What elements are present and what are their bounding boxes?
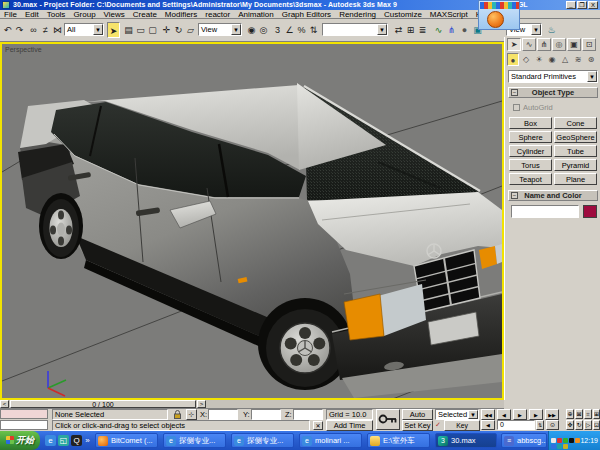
chevron-down-icon[interactable]: ▼	[231, 24, 241, 35]
frame-spinner[interactable]: ⇅	[536, 420, 544, 430]
primitive-button-box[interactable]: Box	[509, 117, 552, 129]
time-slider-handle[interactable]: 0 / 100	[10, 400, 196, 408]
collapse-icon[interactable]: −	[511, 89, 518, 96]
primitive-button-torus[interactable]: Torus	[509, 159, 552, 171]
current-frame-input[interactable]: 0	[497, 420, 535, 430]
taskbar-item-document[interactable]: ≡ abbscg...	[501, 433, 547, 448]
chevron-down-icon[interactable]: ▼	[587, 71, 597, 82]
primitive-button-tube[interactable]: Tube	[554, 145, 597, 157]
quicklaunch-ie-icon[interactable]: e	[45, 435, 56, 446]
add-time-tag-button[interactable]: Add Time Tag	[326, 420, 373, 431]
chevron-down-icon[interactable]: ▼	[468, 410, 478, 419]
close-button[interactable]: X	[588, 1, 598, 9]
selection-lock-icon[interactable]	[172, 409, 183, 420]
reference-coordinate-dropdown[interactable]: View ▼	[198, 23, 242, 36]
key-mode-dropdown[interactable]: Selected ▼	[435, 409, 479, 420]
zoom-icon[interactable]: ⊕	[566, 409, 574, 419]
perspective-viewport[interactable]: Perspective	[0, 42, 504, 400]
name-color-rollout-header[interactable]: − Name and Color	[508, 190, 598, 201]
category-helpers-icon[interactable]: △	[559, 53, 571, 66]
tab-utilities[interactable]: ⊡	[582, 38, 596, 51]
primitive-button-cone[interactable]: Cone	[554, 117, 597, 129]
category-systems-icon[interactable]: ⊛	[585, 53, 597, 66]
set-key-button[interactable]: Set Key	[402, 420, 433, 431]
viewport-canvas[interactable]	[2, 44, 502, 398]
tray-qq-icon[interactable]	[569, 438, 574, 443]
pan-view-icon[interactable]: ✥	[566, 420, 574, 430]
arc-rotate-icon[interactable]: ↻	[575, 420, 583, 430]
category-shapes-icon[interactable]: ◇	[520, 53, 532, 66]
object-type-rollout-header[interactable]: − Object Type	[508, 87, 598, 98]
bind-to-spacewarp-icon[interactable]: ⋈	[51, 22, 64, 38]
primitive-button-pyramid[interactable]: Pyramid	[554, 159, 597, 171]
menu-views[interactable]: Views	[100, 10, 129, 18]
primitive-button-plane[interactable]: Plane	[554, 173, 597, 185]
tab-motion[interactable]: ◎	[552, 38, 566, 51]
tray-volume-icon[interactable]	[557, 444, 562, 449]
min-max-toggle-icon[interactable]: ⊡	[593, 420, 600, 430]
time-slider-prev-icon[interactable]: <	[0, 400, 9, 408]
y-coordinate-input[interactable]	[251, 409, 281, 420]
autogrid-checkbox[interactable]: AutoGrid	[513, 103, 553, 112]
select-and-scale-icon[interactable]: ▱	[184, 22, 197, 38]
category-cameras-icon[interactable]: ◉	[546, 53, 558, 66]
minimize-button[interactable]: _	[566, 1, 576, 9]
taskbar-item-folder[interactable]: E:\室外车	[367, 433, 430, 448]
checkbox-icon[interactable]	[513, 104, 520, 111]
redo-icon[interactable]: ↷	[13, 22, 26, 38]
floating-overlay-window[interactable]	[478, 0, 520, 30]
layer-manager-icon[interactable]: ≣	[416, 22, 429, 38]
primitive-button-cylinder[interactable]: Cylinder	[509, 145, 552, 157]
tray-shield-icon[interactable]	[563, 438, 568, 443]
window-crossing-toggle-icon[interactable]: ▢	[146, 22, 159, 38]
chevron-down-icon[interactable]: ▼	[377, 24, 387, 35]
x-coordinate-input[interactable]	[208, 409, 238, 420]
menu-edit[interactable]: Edit	[21, 10, 43, 18]
menu-rendering[interactable]: Rendering	[335, 10, 380, 18]
next-frame-icon[interactable]: ▶	[529, 409, 543, 420]
menu-modifiers[interactable]: Modifiers	[161, 10, 201, 18]
absolute-offset-toggle-icon[interactable]: ⊹	[186, 409, 197, 420]
zoom-all-icon[interactable]: ⊠	[575, 409, 583, 419]
maxscript-mini-listener-macro[interactable]	[0, 409, 48, 419]
tab-hierarchy[interactable]: ⋔	[537, 38, 551, 51]
go-to-start-icon[interactable]: ◀◀	[481, 409, 495, 420]
selection-brackets-toggle-icon[interactable]: ✕	[313, 421, 323, 430]
object-color-swatch[interactable]	[583, 205, 597, 218]
menu-group[interactable]: Group	[69, 10, 99, 18]
menu-maxscript[interactable]: MAXScript	[426, 10, 472, 18]
chevron-down-icon[interactable]: ▼	[531, 24, 541, 35]
time-configuration-icon[interactable]: ⊙	[546, 420, 559, 430]
named-selection-set-dropdown[interactable]: ▼	[322, 23, 388, 36]
zoom-extents-icon[interactable]: ⌗	[584, 409, 592, 419]
tray-network-icon[interactable]	[551, 444, 556, 449]
tray-security-icon[interactable]	[563, 444, 568, 449]
set-keys-button[interactable]	[376, 409, 400, 430]
selection-filter-dropdown[interactable]: All ▼	[64, 23, 104, 36]
key-mode-toggle-icon[interactable]: ◀	[481, 420, 495, 430]
auto-key-button[interactable]: Auto Key	[402, 409, 433, 420]
taskbar-item-bitcomet[interactable]: BitComet (...	[95, 433, 158, 448]
maxscript-mini-listener[interactable]	[0, 420, 48, 430]
primitive-button-teapot[interactable]: Teapot	[509, 173, 552, 185]
field-of-view-icon[interactable]: ▷	[584, 420, 592, 430]
menu-graph-editors[interactable]: Graph Editors	[278, 10, 335, 18]
tab-display[interactable]: ▣	[567, 38, 581, 51]
previous-frame-icon[interactable]: ◀	[497, 409, 511, 420]
curve-editor-icon[interactable]: ∿	[432, 22, 445, 38]
viewport-label[interactable]: Perspective	[5, 46, 42, 53]
schematic-view-icon[interactable]: ⋔	[445, 22, 458, 38]
time-slider-next-icon[interactable]: >	[197, 400, 206, 408]
play-animation-icon[interactable]: ▶	[513, 409, 527, 420]
material-editor-icon[interactable]: ●	[458, 22, 471, 38]
menu-tools[interactable]: Tools	[43, 10, 70, 18]
quicklaunch-qq-icon[interactable]: Q	[71, 435, 82, 446]
go-to-end-icon[interactable]: ▶▶	[545, 409, 559, 420]
taskbar-item-ie-2[interactable]: e 探侧专业...	[231, 433, 294, 448]
tray-input-method-icon[interactable]	[551, 438, 556, 443]
key-filters-button[interactable]: Key Filters...	[444, 420, 480, 431]
tray-antivirus-icon[interactable]	[557, 438, 562, 443]
primitive-button-geosphere[interactable]: GeoSphere	[554, 131, 597, 143]
primitive-button-sphere[interactable]: Sphere	[509, 131, 552, 143]
tray-download-icon[interactable]	[575, 438, 580, 443]
